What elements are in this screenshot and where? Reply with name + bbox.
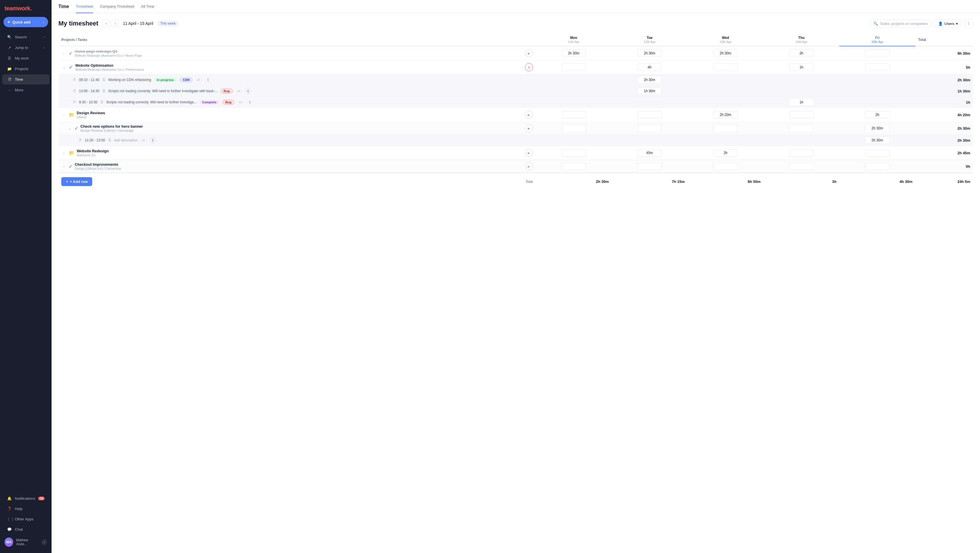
billable-icon[interactable]: $ — [205, 77, 211, 83]
wed-cell — [687, 86, 764, 97]
user-profile[interactable]: MA Mathew Ande... ‹ — [0, 535, 51, 550]
expand-row-button[interactable]: ⌄ — [67, 126, 72, 131]
sidebar-item-other-apps[interactable]: ⋮⋮ Other Apps — [2, 514, 49, 524]
play-button[interactable]: ▶ — [525, 49, 533, 57]
sidebar-item-jump-to[interactable]: ↗ Jump to › — [2, 43, 49, 52]
wed-input[interactable] — [713, 49, 738, 57]
tag-icon[interactable]: 🏷 — [196, 77, 202, 83]
billable-icon[interactable]: $ — [150, 137, 156, 143]
fri-input[interactable] — [865, 162, 889, 170]
expand-row-button[interactable]: › — [61, 112, 67, 118]
play-button[interactable]: ▶ — [525, 162, 533, 170]
play-button[interactable]: ▶ — [525, 124, 533, 132]
thu-input[interactable] — [789, 99, 814, 106]
tue-input[interactable] — [638, 162, 662, 170]
collapse-sidebar-button[interactable]: ‹ — [41, 539, 47, 545]
pause-button[interactable]: ⏸ — [525, 63, 533, 71]
thu-input[interactable] — [789, 49, 814, 57]
tue-input[interactable] — [638, 111, 662, 119]
sidebar-item-notifications[interactable]: 🔔 Notifications 28 — [2, 493, 49, 504]
tag-icon[interactable]: 🏷 — [237, 99, 244, 105]
mon-input[interactable] — [562, 162, 586, 170]
time-range: 9:30 - 10:30 — [79, 100, 97, 104]
project-name-cell: › ✓ Home page redesign Q3 Website Redesi… — [59, 46, 522, 60]
sidebar-item-time[interactable]: ⏱ Time — [2, 75, 49, 84]
prev-date-button[interactable]: ‹ — [102, 20, 110, 27]
tue-input[interactable] — [638, 64, 662, 71]
tue-cell — [612, 146, 687, 160]
fri-input[interactable] — [865, 49, 889, 57]
users-dropdown[interactable]: 👤 Users ▾ — [934, 19, 962, 28]
thu-input[interactable] — [789, 111, 814, 119]
wed-cell — [687, 108, 764, 122]
mon-cell — [536, 97, 612, 108]
task-breadcrumb: Design Reviews (Liberty) / Homepage — [81, 129, 143, 132]
sidebar-item-help[interactable]: ❓ Help — [2, 504, 49, 514]
search-bar[interactable]: 🔍 Tasks, projects or companies — [870, 19, 932, 28]
fri-input[interactable] — [865, 124, 889, 132]
expand-row-button[interactable]: ⌄ — [61, 65, 67, 70]
sub-row-details: ⏱ 11:20 - 13:50 ☰ Add description 🏷 $ — [59, 135, 536, 146]
tue-cell — [612, 122, 687, 135]
thu-input[interactable] — [789, 124, 814, 132]
play-button[interactable]: ▶ — [525, 149, 533, 157]
sidebar-item-my-work[interactable]: ☰ My work — [2, 53, 49, 63]
thu-cell — [764, 86, 839, 97]
tue-input[interactable] — [638, 87, 662, 95]
more-icon: ··· — [7, 88, 12, 92]
mon-input[interactable] — [562, 49, 586, 57]
time-range: 13:00 - 14:30 — [79, 89, 99, 93]
mon-input[interactable] — [562, 124, 586, 132]
tab-company-timesheet[interactable]: Company Timesheet — [100, 4, 134, 13]
expand-row-button[interactable]: › — [61, 164, 67, 169]
more-options-button[interactable]: ⋮ — [964, 19, 973, 28]
thu-input[interactable] — [789, 162, 814, 170]
tab-all-time[interactable]: All Time — [141, 4, 154, 13]
quick-add-button[interactable]: + Quick add › — [3, 17, 48, 27]
wed-input[interactable] — [713, 64, 738, 71]
sub-row-details: ⏱ 13:00 - 14:30 ☰ Scripts not loading co… — [59, 86, 536, 97]
tag-icon[interactable]: 🏷 — [140, 137, 146, 143]
fri-input[interactable] — [865, 137, 889, 144]
wed-cell — [687, 135, 764, 146]
add-row-button[interactable]: + + Add row — [61, 177, 92, 186]
col-header-mon: Mon 11th Apr — [536, 33, 612, 46]
tue-input[interactable] — [638, 124, 662, 132]
col-header-thu: Thu 14th Apr — [764, 33, 839, 46]
tab-timesheet[interactable]: Timesheet — [76, 4, 93, 13]
apps-icon: ⋮⋮ — [7, 517, 12, 521]
wed-input[interactable] — [713, 162, 738, 170]
sidebar-item-chat[interactable]: 💬 Chat — [2, 524, 49, 534]
sidebar-item-projects[interactable]: 📁 Projects — [2, 64, 49, 74]
fri-input[interactable] — [865, 111, 889, 119]
wed-input[interactable] — [713, 149, 738, 157]
entry-description-placeholder[interactable]: Add description — [114, 138, 138, 142]
thu-cell — [764, 160, 839, 173]
expand-row-button[interactable]: › — [61, 51, 67, 56]
wed-input[interactable] — [713, 124, 738, 132]
thu-input[interactable] — [789, 149, 814, 157]
tue-input[interactable] — [638, 76, 662, 84]
fri-input[interactable] — [865, 149, 889, 157]
expand-row-button[interactable]: › — [61, 150, 67, 156]
chevron-down-icon: ▾ — [956, 21, 958, 26]
mon-input[interactable] — [562, 111, 586, 119]
sidebar-item-search[interactable]: 🔍 Search › — [2, 32, 49, 42]
tue-input[interactable] — [638, 149, 662, 157]
tue-input[interactable] — [638, 49, 662, 57]
billable-icon[interactable]: $ — [245, 88, 251, 94]
tag-icon[interactable]: 🏷 — [236, 88, 242, 94]
mon-input[interactable] — [562, 64, 586, 71]
next-date-button[interactable]: › — [111, 20, 119, 27]
mon-input[interactable] — [562, 149, 586, 157]
thu-input[interactable] — [789, 64, 814, 71]
wed-input[interactable] — [713, 111, 738, 119]
billable-icon[interactable]: $ — [247, 99, 253, 105]
play-button[interactable]: ▶ — [525, 111, 533, 119]
fri-input[interactable] — [865, 64, 889, 71]
tue-total: 7h 15m — [612, 173, 687, 190]
sidebar-item-more[interactable]: ··· More — [2, 85, 49, 95]
add-row-cell: + + Add row — [59, 173, 522, 190]
table-row: ⌄ ✓ Website Optimisation Website Redesig… — [59, 60, 973, 75]
avatar: MA — [5, 537, 13, 547]
